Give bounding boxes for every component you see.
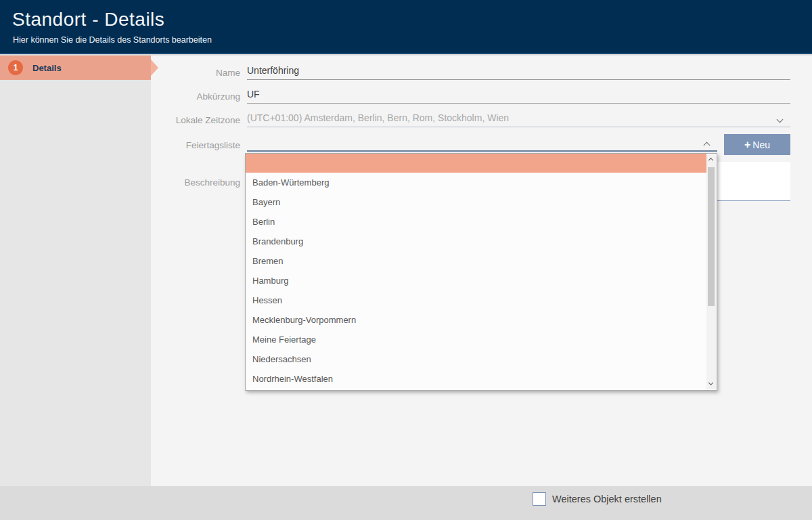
dropdown-item[interactable]: Mecklenburg-Vorpommern [246,310,706,330]
holiday-list-label: Feiertagsliste [132,140,240,150]
holiday-list-dropdown: Baden-WürtembergBayernBerlinBrandenburgB… [245,153,717,391]
chevron-down-icon [708,381,713,385]
header-bar: Standort - Details Hier können Sie die D… [0,0,812,54]
dropdown-item[interactable]: Nordrhein-Westfalen [246,369,706,389]
chevron-up-icon [708,158,713,162]
dropdown-item[interactable]: Niedersachsen [246,349,706,369]
wizard-step-details[interactable]: 1 Details [0,56,151,80]
dropdown-item[interactable]: Brandenburg [246,232,706,251]
dropdown-scrollbar[interactable] [706,154,716,389]
abbreviation-value: UF [247,89,260,100]
dropdown-item[interactable] [246,154,706,173]
description-label: Beschreibung [132,177,240,188]
wizard-sidebar [0,56,151,486]
plus-icon: + [744,139,750,150]
name-value: Unterföhring [247,65,299,76]
step-number-badge: 1 [8,60,23,75]
create-another-label: Weiteres Objekt erstellen [552,494,662,504]
dropdown-item[interactable]: Baden-Würtemberg [246,173,706,192]
timezone-label: Lokale Zeitzone [132,115,240,125]
chevron-up-icon [704,142,710,149]
new-button-label: Neu [752,139,770,150]
timezone-select[interactable]: (UTC+01:00) Amsterdam, Berlin, Bern, Rom… [247,112,790,127]
scrollbar-thumb[interactable] [708,167,715,306]
footer-bar: Weiteres Objekt erstellen Fertigstellen … [0,486,812,520]
scroll-up-button[interactable] [706,154,716,165]
step-label: Details [32,63,62,73]
name-label: Name [132,68,240,78]
timezone-value: (UTC+01:00) Amsterdam, Berlin, Bern, Rom… [247,112,509,123]
dropdown-item-list: Baden-WürtembergBayernBerlinBrandenburgB… [246,154,706,390]
holiday-list-combobox[interactable] [247,137,717,152]
dropdown-item[interactable]: Bayern [246,192,706,212]
name-input[interactable]: Unterföhring [247,65,790,80]
dropdown-item[interactable]: Hamburg [246,271,706,290]
abbreviation-label: Abkürzung [132,91,240,102]
page-title: Standort - Details [12,9,164,30]
abbreviation-input[interactable]: UF [247,89,790,104]
create-another-checkbox[interactable] [533,492,546,506]
dropdown-item[interactable]: Bremen [246,251,706,271]
scroll-down-button[interactable] [706,379,716,389]
dropdown-item[interactable]: Hessen [246,290,706,310]
dropdown-item[interactable]: Meine Feiertage [246,330,706,349]
window: Standort - Details Hier können Sie die D… [0,0,812,520]
page-subtitle: Hier können Sie die Details des Standort… [13,35,212,45]
chevron-down-icon [777,116,784,123]
new-holiday-list-button[interactable]: +Neu [724,134,790,155]
dropdown-item[interactable]: Berlin [246,212,706,232]
